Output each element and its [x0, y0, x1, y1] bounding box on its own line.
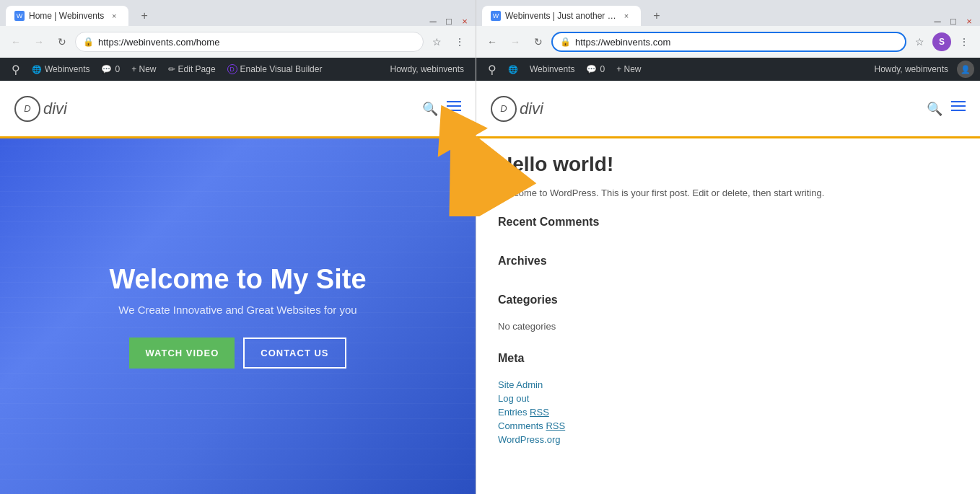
menu-line-1	[447, 101, 461, 102]
right-wp-comments-item[interactable]: 💬 0	[580, 58, 611, 81]
url-text: https://webinvents.com/home	[98, 37, 416, 48]
maximize-button[interactable]: □	[444, 16, 454, 26]
wp-site-label: Webinvents	[45, 64, 89, 74]
logo-d-text: D	[24, 103, 30, 114]
address-bar[interactable]: 🔒 https://webinvents.com/home	[75, 32, 424, 52]
site-logo-right[interactable]: D divi	[491, 96, 543, 122]
wp-edit-page-label: Edit Page	[178, 64, 216, 74]
right-logo-d-text: D	[500, 103, 507, 114]
right-menu-line-1	[951, 101, 966, 102]
address-bar-row: ← → ↻ 🔒 https://webinvents.com/home ☆ ⋮	[0, 26, 476, 58]
right-wp-logo-icon: ⚲	[488, 63, 496, 76]
right-bookmark-button[interactable]: ☆	[909, 32, 929, 52]
wp-new-item[interactable]: + New	[126, 58, 162, 81]
wp-site-name[interactable]: 🌐 Webinvents	[26, 58, 95, 81]
entries-rss-link[interactable]: Entries RSS	[498, 407, 958, 418]
contact-us-button[interactable]: CONTACT US	[243, 338, 346, 369]
right-wp-site-icon-item[interactable]: 🌐	[502, 58, 524, 81]
log-out-link[interactable]: Log out	[498, 393, 958, 404]
site-logo-left[interactable]: D divi	[14, 96, 67, 122]
right-extensions-button[interactable]: ⋮	[954, 32, 974, 52]
edit-icon: ✏	[168, 64, 175, 74]
wp-edit-page-item[interactable]: ✏ Edit Page	[162, 58, 222, 81]
right-lock-icon: 🔒	[560, 37, 571, 47]
wp-comments-item[interactable]: 💬 0	[95, 58, 126, 81]
archives-widget: Archives	[498, 255, 958, 273]
forward-button[interactable]: →	[29, 32, 49, 52]
rss-badge-comments: RSS	[546, 420, 565, 431]
wp-admin-bar: ⚲ 🌐 Webinvents 💬 0 + New ✏ Edit Page D E…	[0, 58, 476, 81]
tab-favicon: W	[14, 11, 25, 21]
right-reload-button[interactable]: ↻	[528, 32, 548, 52]
hero-buttons: WATCH VIDEO CONTACT US	[129, 338, 346, 369]
hero-section: Welcome to My Site We Create Innovative …	[0, 138, 476, 494]
right-wp-site-label: Webinvents	[530, 64, 574, 74]
right-menu-line-2	[951, 105, 966, 107]
right-tab-favicon: W	[491, 11, 501, 21]
archives-title: Archives	[498, 255, 958, 273]
no-categories-text: No categories	[498, 321, 958, 332]
extensions-button[interactable]: ⋮	[450, 32, 470, 52]
recent-comments-widget: Recent Comments	[498, 216, 958, 234]
right-wp-new-item[interactable]: + New	[611, 58, 647, 81]
wp-admin-bar-right: ⚲ 🌐 Webinvents 💬 0 + New Howdy, webinven…	[476, 58, 980, 81]
meta-widget: Meta Site Admin Log out Entries RSS Comm…	[498, 352, 958, 445]
site-header-left: D divi 🔍	[0, 81, 476, 138]
blog-post-text: Welcome to WordPress. This is your first…	[498, 188, 958, 198]
blog-post-title: Hello world!	[498, 153, 958, 176]
right-browser-tab[interactable]: W Webinvents | Just another Word... ×	[482, 6, 641, 26]
divi-logo-icon: D	[227, 64, 237, 74]
minimize-button[interactable]: ─	[428, 16, 438, 26]
wp-logo-icon: ⚲	[12, 63, 20, 76]
search-icon-left[interactable]: 🔍	[422, 101, 438, 117]
site-header-right: D divi 🔍	[476, 81, 980, 138]
right-tab-close-button[interactable]: ×	[621, 10, 632, 22]
search-icon-right[interactable]: 🔍	[927, 101, 942, 117]
categories-widget: Categories No categories	[498, 294, 958, 332]
right-url-text: https://webinvents.com	[575, 37, 898, 48]
tab-close-button[interactable]: ×	[108, 10, 120, 22]
site-header-icons-right: 🔍	[927, 101, 966, 117]
close-button[interactable]: ×	[460, 16, 470, 26]
wordpress-org-link[interactable]: WordPress.org	[498, 434, 958, 445]
nav-menu-icon-left[interactable]	[447, 101, 461, 117]
wp-visual-builder-item[interactable]: D Enable Visual Builder	[222, 58, 328, 81]
right-maximize-button[interactable]: □	[948, 16, 958, 26]
wp-logo-item[interactable]: ⚲	[6, 58, 26, 81]
profile-avatar[interactable]: S	[932, 32, 951, 51]
right-close-button[interactable]: ×	[964, 16, 974, 26]
site-admin-link[interactable]: Site Admin	[498, 379, 958, 390]
right-back-button[interactable]: ←	[482, 32, 502, 52]
wp-howdy-right: Howdy, webinvents	[869, 64, 955, 74]
new-tab-button[interactable]: +	[134, 6, 154, 26]
hero-subtitle: We Create Innovative and Great Websites …	[118, 304, 356, 316]
menu-line-2	[447, 105, 461, 107]
reload-button[interactable]: ↻	[52, 32, 72, 52]
right-minimize-button[interactable]: ─	[932, 16, 942, 26]
right-tab-title: Webinvents | Just another Word...	[505, 11, 616, 21]
wp-site-icon: 🌐	[32, 65, 42, 74]
comments-rss-link[interactable]: Comments RSS	[498, 420, 958, 431]
wp-comments-label: 0	[115, 64, 120, 74]
watch-video-button[interactable]: WATCH VIDEO	[129, 338, 235, 369]
right-address-bar-row: ← → ↻ 🔒 https://webinvents.com ☆ S ⋮	[476, 26, 980, 58]
right-address-bar[interactable]: 🔒 https://webinvents.com	[551, 32, 906, 52]
left-browser-tab[interactable]: W Home | Webinvents ×	[6, 6, 128, 26]
right-wp-logo-item[interactable]: ⚲	[482, 58, 502, 81]
categories-title: Categories	[498, 294, 958, 312]
bookmark-button[interactable]: ☆	[426, 32, 447, 52]
back-button[interactable]: ←	[6, 32, 26, 52]
right-wp-site-name[interactable]: Webinvents	[524, 58, 580, 81]
wp-visual-builder-label: Enable Visual Builder	[240, 64, 323, 74]
meta-title: Meta	[498, 352, 958, 371]
site-header-icons-left: 🔍	[422, 101, 461, 117]
right-new-tab-button[interactable]: +	[647, 6, 667, 26]
logo-circle-right: D	[491, 96, 517, 122]
blog-content: Hello world! Welcome to WordPress. This …	[476, 138, 980, 494]
right-forward-button[interactable]: →	[505, 32, 525, 52]
rss-badge-entries: RSS	[530, 407, 549, 418]
right-howdy-avatar[interactable]: 👤	[957, 61, 974, 78]
wp-new-label: + New	[131, 64, 156, 74]
nav-menu-icon-right[interactable]	[951, 101, 966, 117]
logo-divi-text-right: divi	[520, 100, 543, 118]
